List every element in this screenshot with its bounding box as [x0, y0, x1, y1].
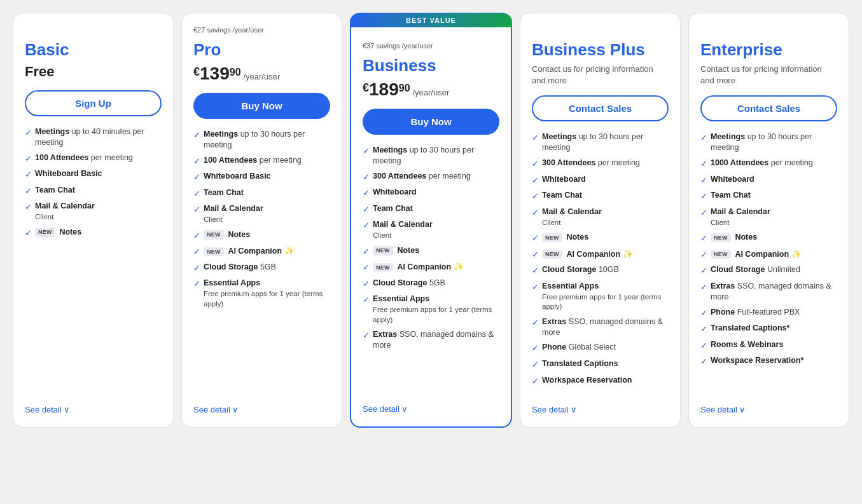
- feature-main: Meetings: [711, 132, 745, 141]
- plan-card-enterprise: EnterpriseContact us for pricing informa…: [688, 13, 849, 428]
- ai-emoji-icon: ✨: [791, 249, 802, 259]
- plan-price: Free: [25, 64, 162, 81]
- check-icon: ✓: [193, 130, 200, 141]
- feature-sub: Unlimited: [767, 265, 800, 274]
- feature-main: Cloud Storage: [204, 262, 258, 271]
- features-list: ✓ Meetings up to 30 hours per meeting ✓ …: [193, 129, 330, 391]
- feature-main: Whiteboard: [373, 187, 417, 196]
- check-icon: ✓: [700, 308, 707, 319]
- best-value-banner: BEST VALUE: [350, 13, 512, 27]
- feature-main: Meetings: [204, 130, 238, 139]
- feature-main: 1000 Attendees: [711, 158, 768, 167]
- feature-item: ✓ Mail & Calendar Client: [363, 219, 499, 240]
- feature-main: Cloud Storage: [373, 278, 427, 287]
- feature-item: ✓ Team Chat: [25, 185, 162, 197]
- feature-main: AI Companion: [228, 247, 282, 255]
- signup-button[interactable]: Sign Up: [25, 90, 162, 116]
- feature-main: Meetings: [373, 146, 407, 154]
- buy-button[interactable]: Buy Now: [363, 109, 499, 135]
- feature-main: Rooms & Webinars: [711, 340, 783, 349]
- see-detail-link[interactable]: See detail∨: [532, 398, 669, 414]
- feature-main: Cloud Storage: [542, 265, 596, 274]
- feature-item: ✓ Cloud Storage 5GB: [363, 278, 499, 290]
- feature-item: ✓ Mail & Calendar Client: [700, 207, 837, 228]
- contact-sales-button[interactable]: Contact Sales: [532, 95, 669, 121]
- feature-main: Whiteboard: [542, 175, 586, 184]
- feature-item: ✓ Translated Captions: [532, 358, 669, 371]
- check-icon: ✓: [25, 186, 32, 197]
- feature-item: ✓ 100 Attendees per meeting: [25, 153, 162, 165]
- feature-main: Mail & Calendar: [35, 201, 95, 210]
- feature-main: Team Chat: [711, 191, 751, 200]
- feature-item: ✓ Cloud Storage Unlimited: [700, 264, 837, 276]
- feature-main: Meetings: [35, 127, 69, 136]
- see-detail-link[interactable]: See detail∨: [25, 398, 162, 414]
- feature-main: 100 Attendees: [35, 153, 88, 162]
- feature-item: ✓ NEW Notes: [25, 227, 162, 239]
- plan-price: €13990 /year/user: [193, 64, 330, 84]
- new-badge: NEW: [35, 228, 55, 236]
- plans-container: BasicFreeSign Up ✓ Meetings up to 40 min…: [13, 13, 849, 428]
- feature-main: Phone: [711, 308, 735, 317]
- feature-main: Workspace Reservation: [542, 376, 632, 385]
- feature-main: Notes: [735, 233, 757, 242]
- feature-item: ✓ Team Chat: [532, 190, 669, 202]
- check-icon: ✓: [363, 294, 370, 306]
- plan-contact: Contact us for pricing information and m…: [532, 64, 669, 86]
- feature-item: ✓ Essential Apps Free premium apps for 1…: [532, 281, 669, 312]
- feature-main: Mail & Calendar: [711, 207, 770, 216]
- feature-item: ✓ Phone Full-featured PBX: [700, 307, 837, 319]
- feature-main: Extras: [373, 330, 397, 339]
- check-icon: ✓: [193, 246, 200, 257]
- check-icon: ✓: [700, 324, 707, 335]
- check-icon: ✓: [532, 359, 539, 371]
- feature-main: Meetings: [542, 132, 576, 141]
- savings-text: €37 savings /year/user: [363, 42, 499, 52]
- check-icon: ✓: [532, 376, 539, 387]
- check-icon: ✓: [193, 172, 200, 183]
- see-detail-link[interactable]: See detail∨: [363, 398, 499, 414]
- feature-main: Team Chat: [35, 186, 75, 194]
- feature-item: ✓ 300 Attendees per meeting: [532, 158, 669, 170]
- feature-main: Essential Apps: [542, 282, 599, 290]
- check-icon: ✓: [25, 127, 32, 139]
- feature-sub: 10GB: [599, 265, 619, 274]
- savings-text: [25, 26, 162, 36]
- feature-sub: per meeting: [429, 172, 471, 180]
- see-detail-link[interactable]: See detail∨: [700, 398, 837, 414]
- check-icon: ✓: [193, 204, 200, 215]
- feature-main: Notes: [566, 233, 588, 242]
- feature-sub: per meeting: [598, 158, 640, 167]
- feature-sub-block: Free premium apps for 1 year (terms appl…: [204, 289, 330, 309]
- plan-card-business: BEST VALUE€37 savings /year/userBusiness…: [350, 13, 512, 428]
- feature-sub-block: Client: [711, 218, 770, 228]
- contact-sales-button[interactable]: Contact Sales: [700, 95, 837, 121]
- check-icon: ✓: [193, 188, 200, 200]
- buy-button[interactable]: Buy Now: [193, 93, 330, 119]
- feature-item: ✓ Meetings up to 30 hours per meeting: [363, 145, 499, 167]
- features-list: ✓ Meetings up to 30 hours per meeting ✓ …: [363, 145, 499, 390]
- feature-sub-block: Client: [35, 212, 95, 222]
- feature-item: ✓ 1000 Attendees per meeting: [700, 158, 837, 170]
- feature-main: Translated Captions: [542, 359, 618, 368]
- new-badge: NEW: [204, 230, 224, 239]
- feature-item: ✓ Mail & Calendar Client: [193, 203, 330, 224]
- savings-text: [532, 26, 669, 36]
- feature-item: ✓ Whiteboard: [700, 174, 837, 186]
- see-detail-link[interactable]: See detail∨: [193, 398, 330, 414]
- check-icon: ✓: [363, 278, 370, 290]
- feature-main: Whiteboard Basic: [35, 169, 102, 178]
- check-icon: ✓: [363, 187, 370, 199]
- check-icon: ✓: [532, 191, 539, 202]
- feature-item: ✓ NEW Notes: [700, 232, 837, 244]
- feature-sub: 5GB: [260, 262, 276, 271]
- check-icon: ✓: [700, 132, 707, 144]
- feature-main: 300 Attendees: [373, 172, 426, 180]
- feature-item: ✓ Cloud Storage 5GB: [193, 262, 330, 274]
- feature-item: ✓ Workspace Reservation*: [700, 355, 837, 367]
- plan-contact: Contact us for pricing information and m…: [700, 64, 837, 86]
- check-icon: ✓: [532, 265, 539, 276]
- feature-item: ✓ Whiteboard Basic: [193, 171, 330, 183]
- plan-card-business-plus: Business PlusContact us for pricing info…: [520, 13, 681, 428]
- feature-sub: per meeting: [260, 156, 302, 165]
